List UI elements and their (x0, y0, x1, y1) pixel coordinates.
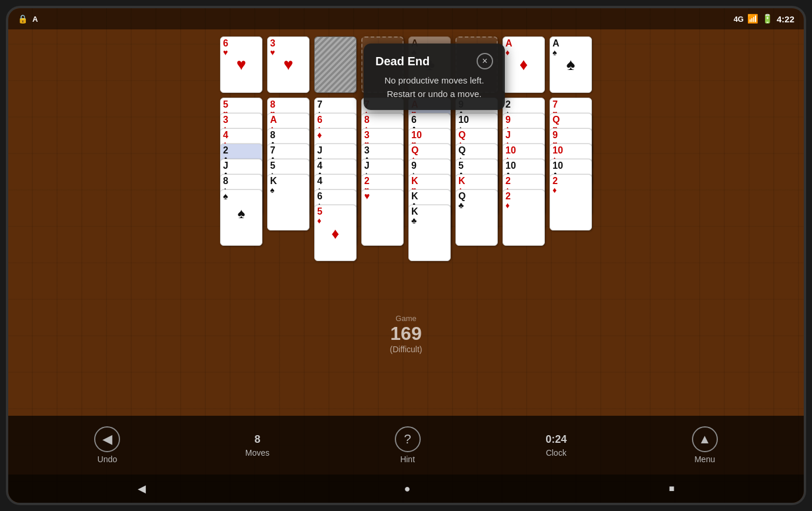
undo-button[interactable]: ◀ Undo (94, 426, 120, 464)
device-frame: 🔒 A 4G 📶 🔋 4:22 Dead End × No productive… (6, 6, 806, 505)
popup-body: No productive moves left. Restart or und… (375, 74, 493, 101)
card[interactable]: Q♣ (455, 189, 498, 246)
home-button[interactable]: ● (404, 483, 411, 495)
card[interactable]: K♣ (408, 205, 451, 261)
foundation-card-7[interactable]: A♠ ♠ (550, 36, 592, 93)
tableau-col-2: 8♥ A♦ 8♣ 7♣ 5♠ K♠ (267, 98, 310, 231)
menu-icon: ▲ (692, 426, 718, 452)
popup-line2: Restart or undo a move. (375, 88, 493, 101)
popup-line1: No productive moves left. (375, 74, 493, 88)
a-icon: A (32, 15, 38, 24)
card[interactable]: ♥ (361, 189, 404, 246)
battery-icon: 🔋 (762, 14, 773, 24)
clock-status: 4:22 (777, 14, 794, 24)
popup-close-button[interactable]: × (477, 53, 493, 69)
toolbar: ◀ Undo 8 Moves ? Hint 0:24 Clock ▲ Menu (8, 416, 804, 475)
foundation-card-1[interactable]: 3♥ ♥ (267, 36, 310, 93)
popup-title: Dead End (375, 55, 430, 68)
dead-end-popup: Dead End × No productive moves left. Res… (364, 44, 505, 110)
back-button[interactable]: ◀ (138, 482, 146, 495)
clock-label: Clock (546, 448, 567, 457)
tableau: 5♥ 3♦ 4♦ 2♣ J♣ 8♠ ♠♠ 8♥ A♦ 8♣ 7♣ 5♠ K♠ 7… (208, 98, 604, 444)
recent-button[interactable]: ■ (669, 483, 675, 494)
status-bar: 🔒 A 4G 📶 🔋 4:22 (8, 8, 804, 29)
card[interactable]: K♠ (267, 174, 310, 231)
tableau-col-6: 9♣ 10♠ Q♦ Q♠ 5♣ K♦ Q♣ (455, 98, 498, 246)
tableau-col-8: 7♥ Q♥ 9♥ 10♦ 10♣ 2♦ (550, 98, 592, 231)
hint-label: Hint (400, 455, 415, 464)
clock-value: 0:24 (545, 433, 567, 446)
hint-icon: ? (395, 426, 421, 452)
tableau-col-3: 7♠ 6♦ ♦♦ J♥ 4♣ 4♠ 6♠ 5♦♦ (314, 98, 357, 261)
undo-icon: ◀ (94, 426, 120, 452)
tableau-col-4: 7♦ 8♦ 3♥ 3♣ J♠ 2♥♥ ♥ (361, 98, 404, 246)
score-area: Game 169 (Difficult) (390, 314, 422, 354)
foundation-card-0[interactable]: 6♥ ♥ (220, 36, 262, 93)
nav-bar: ◀ ● ■ (8, 475, 804, 503)
menu-label: Menu (694, 455, 715, 464)
menu-button[interactable]: ▲ Menu (692, 426, 718, 464)
game-label: Game (390, 314, 422, 323)
card[interactable]: ♠♠ (220, 189, 262, 246)
moves-label: Moves (245, 448, 269, 457)
foundation-card-6[interactable]: A♦ ♦ (502, 36, 545, 93)
moves-display: 8 Moves (245, 433, 269, 457)
undo-label: Undo (98, 455, 117, 464)
game-number: 169 (390, 323, 422, 345)
hint-button[interactable]: ? Hint (395, 426, 421, 464)
signal-icon: 4G (734, 15, 744, 24)
card[interactable]: 2♦ (550, 174, 592, 231)
status-left: 🔒 A (18, 14, 38, 24)
difficulty-label: (Difficult) (390, 345, 422, 354)
tableau-col-5: A♥ 6♣ 10♥ Q♦ 9♠ K♥ K♣ K♣ (408, 98, 451, 261)
tableau-col-7: 2♠ 9♦ J♦ 10♦ 10♣ 2♦ 2♦ (502, 98, 545, 246)
card[interactable]: 2♦ (502, 189, 545, 246)
clock-display: 0:24 Clock (545, 433, 567, 457)
popup-header: Dead End × (375, 53, 493, 69)
foundation-card-2-back[interactable] (314, 36, 357, 93)
card[interactable]: 5♦♦ (314, 205, 357, 261)
tableau-col-1: 5♥ 3♦ 4♦ 2♣ J♣ 8♠ ♠♠ (220, 98, 262, 246)
wifi-icon: 📶 (747, 14, 758, 24)
status-right: 4G 📶 🔋 4:22 (734, 14, 794, 24)
lock-icon: 🔒 (18, 14, 28, 24)
moves-value: 8 (254, 433, 260, 446)
